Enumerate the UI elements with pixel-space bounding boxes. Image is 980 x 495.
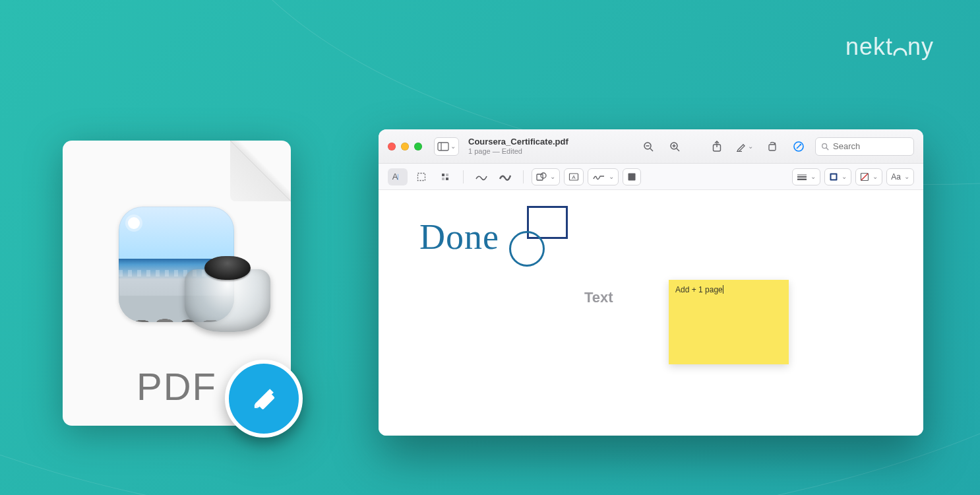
stroke-menu-button[interactable]: ⌄ <box>792 168 820 185</box>
search-field[interactable] <box>815 137 914 156</box>
window-titlebar: ⌄ Coursera_Certificate.pdf 1 page — Edit… <box>379 129 923 164</box>
svg-point-28 <box>541 173 546 178</box>
edit-badge-icon <box>225 360 303 438</box>
font-menu-button[interactable]: Aa ⌄ <box>886 168 914 185</box>
window-traffic-lights <box>388 143 422 150</box>
svg-text:A: A <box>572 174 576 180</box>
sketch-tool-button[interactable] <box>472 168 491 185</box>
svg-rect-26 <box>446 178 448 180</box>
svg-rect-23 <box>442 174 444 176</box>
shapes-menu-button[interactable]: ⌄ <box>532 168 560 185</box>
svg-rect-22 <box>418 173 425 180</box>
draw-tool-button[interactable] <box>495 168 515 185</box>
document-subtitle: 1 page — Edited <box>468 147 568 155</box>
maximize-window-button[interactable] <box>414 143 422 150</box>
chevron-down-icon: ⌄ <box>904 173 909 180</box>
handwritten-annotation[interactable]: Done <box>419 216 499 257</box>
search-input[interactable] <box>833 141 908 151</box>
markup-toolbar: A⎸ ⌄ A <box>379 164 923 190</box>
sticky-note-text: Add + 1 page <box>675 285 723 294</box>
svg-line-11 <box>677 148 679 151</box>
chevron-down-icon: ⌄ <box>450 143 456 150</box>
brand-logo: nektny <box>845 33 934 61</box>
border-color-button[interactable]: ⌄ <box>824 168 851 185</box>
chevron-down-icon: ⌄ <box>748 143 753 150</box>
note-button[interactable] <box>623 168 641 185</box>
highlight-button[interactable]: ⌄ <box>733 137 756 156</box>
instant-alpha-button[interactable] <box>435 168 455 185</box>
sign-menu-button[interactable]: ⌄ <box>588 168 619 185</box>
text-style-button[interactable]: A⎸ <box>388 168 408 185</box>
svg-rect-31 <box>628 173 636 180</box>
search-icon <box>821 142 829 151</box>
text-annotation[interactable]: Text <box>584 289 613 306</box>
svg-rect-25 <box>442 178 444 180</box>
svg-line-21 <box>826 147 828 149</box>
markup-toggle-button[interactable] <box>789 137 809 156</box>
pdf-file-icon: PDF <box>63 141 291 426</box>
sidebar-toggle-button[interactable]: ⌄ <box>434 137 459 156</box>
text-cursor <box>723 285 723 294</box>
circle-shape[interactable] <box>509 231 545 267</box>
svg-line-38 <box>861 174 868 180</box>
sticky-note[interactable]: Add + 1 page <box>669 280 789 364</box>
document-canvas[interactable]: Done Text Add + 1 page <box>379 190 923 436</box>
chevron-down-icon: ⌄ <box>550 173 555 180</box>
svg-rect-36 <box>832 174 836 179</box>
minimize-window-button[interactable] <box>401 143 409 150</box>
share-button[interactable] <box>707 137 727 156</box>
brand-o-icon <box>893 42 907 56</box>
fill-color-button[interactable]: ⌄ <box>855 168 882 185</box>
zoom-out-button[interactable] <box>638 137 658 156</box>
selection-tool-button[interactable] <box>412 168 431 185</box>
zoom-in-button[interactable] <box>665 137 685 156</box>
svg-rect-5 <box>438 143 448 150</box>
text-box-button[interactable]: A <box>564 168 584 185</box>
document-title-block: Coursera_Certificate.pdf 1 page — Edited <box>468 137 568 154</box>
inkwell-icon <box>185 256 270 332</box>
preview-window: ⌄ Coursera_Certificate.pdf 1 page — Edit… <box>379 129 923 436</box>
chevron-down-icon: ⌄ <box>842 173 847 180</box>
chevron-down-icon: ⌄ <box>811 173 816 180</box>
chevron-down-icon: ⌄ <box>873 173 878 180</box>
document-title: Coursera_Certificate.pdf <box>468 137 568 147</box>
svg-rect-24 <box>446 174 448 176</box>
chevron-down-icon: ⌄ <box>609 173 614 180</box>
rotate-button[interactable] <box>762 137 782 156</box>
svg-rect-17 <box>769 145 776 150</box>
close-window-button[interactable] <box>388 143 396 150</box>
svg-line-8 <box>650 148 653 151</box>
svg-point-20 <box>822 143 827 148</box>
